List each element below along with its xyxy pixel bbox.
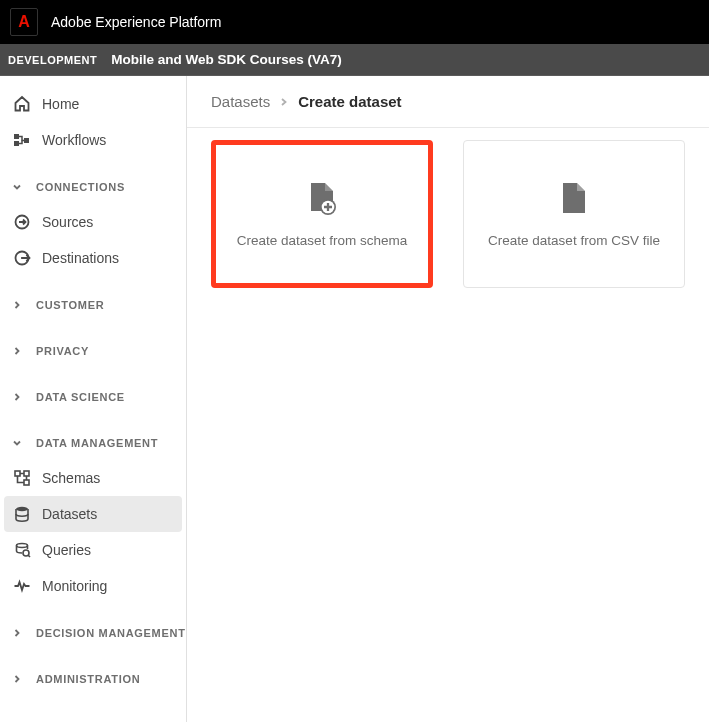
chevron-right-icon: [12, 346, 32, 356]
sidebar-group-connections[interactable]: CONNECTIONS: [0, 170, 186, 204]
card-label: Create dataset from CSV file: [488, 233, 660, 248]
svg-rect-7: [24, 480, 29, 485]
sidebar-group-customer[interactable]: CUSTOMER: [0, 288, 186, 322]
chevron-down-icon: [12, 182, 32, 192]
project-name[interactable]: Mobile and Web SDK Courses (VA7): [111, 52, 342, 67]
sidebar-item-label: Schemas: [42, 470, 100, 486]
sidebar-item-datasets[interactable]: Datasets: [4, 496, 182, 532]
sidebar-item-label: Workflows: [42, 132, 106, 148]
file-add-icon: [305, 181, 339, 217]
breadcrumb: Datasets Create dataset: [187, 76, 709, 128]
sidebar-item-workflows[interactable]: Workflows: [0, 122, 186, 158]
chevron-down-icon: [12, 438, 32, 448]
svg-point-9: [17, 544, 28, 548]
monitoring-icon: [12, 577, 32, 595]
group-label: ADMINISTRATION: [36, 673, 140, 685]
adobe-logo[interactable]: A: [10, 8, 38, 36]
sources-icon: [12, 213, 32, 231]
sidebar-item-monitoring[interactable]: Monitoring: [0, 568, 186, 604]
card-create-from-schema[interactable]: Create dataset from schema: [211, 140, 433, 288]
sidebar-item-sources[interactable]: Sources: [0, 204, 186, 240]
sidebar-item-queries[interactable]: Queries: [0, 532, 186, 568]
sidebar-item-label: Datasets: [42, 506, 97, 522]
svg-rect-6: [24, 471, 29, 476]
group-label: DATA SCIENCE: [36, 391, 125, 403]
sidebar-group-data-science[interactable]: DATA SCIENCE: [0, 380, 186, 414]
environment-label: DEVELOPMENT: [8, 54, 97, 66]
sidebar-item-schemas[interactable]: Schemas: [0, 460, 186, 496]
home-icon: [12, 95, 32, 113]
chevron-right-icon: [12, 300, 32, 310]
schemas-icon: [12, 469, 32, 487]
svg-rect-0: [14, 134, 19, 139]
sidebar-group-data-management[interactable]: DATA MANAGEMENT: [0, 426, 186, 460]
sidebar-item-label: Monitoring: [42, 578, 107, 594]
sidebar-item-label: Destinations: [42, 250, 119, 266]
sidebar-item-home[interactable]: Home: [0, 86, 186, 122]
environment-bar: DEVELOPMENT Mobile and Web SDK Courses (…: [0, 44, 709, 76]
group-label: CUSTOMER: [36, 299, 104, 311]
card-grid: Create dataset from schema Create datase…: [187, 128, 709, 300]
sidebar-group-decision-management[interactable]: DECISION MANAGEMENT: [0, 616, 186, 650]
chevron-right-icon: [12, 392, 32, 402]
sidebar-item-label: Home: [42, 96, 79, 112]
group-label: DECISION MANAGEMENT: [36, 627, 186, 639]
workflows-icon: [12, 131, 32, 149]
chevron-right-icon: [12, 674, 32, 684]
app-title: Adobe Experience Platform: [51, 14, 221, 30]
datasets-icon: [12, 505, 32, 523]
group-label: PRIVACY: [36, 345, 89, 357]
adobe-logo-a-icon: A: [18, 13, 30, 31]
breadcrumb-current: Create dataset: [298, 93, 401, 110]
queries-icon: [12, 541, 32, 559]
chevron-right-icon: [280, 97, 288, 107]
card-create-from-csv[interactable]: Create dataset from CSV file: [463, 140, 685, 288]
breadcrumb-parent[interactable]: Datasets: [211, 93, 270, 110]
svg-rect-2: [24, 138, 29, 143]
sidebar-item-label: Queries: [42, 542, 91, 558]
svg-rect-1: [14, 141, 19, 146]
svg-rect-5: [15, 471, 20, 476]
sidebar: Home Workflows CONNECTIONS Sources: [0, 76, 187, 722]
sidebar-item-label: Sources: [42, 214, 93, 230]
svg-point-8: [16, 507, 28, 511]
file-icon: [559, 181, 589, 217]
top-bar: A Adobe Experience Platform: [0, 0, 709, 44]
svg-point-10: [23, 550, 29, 556]
chevron-right-icon: [12, 628, 32, 638]
sidebar-group-privacy[interactable]: PRIVACY: [0, 334, 186, 368]
card-label: Create dataset from schema: [237, 233, 407, 248]
group-label: DATA MANAGEMENT: [36, 437, 158, 449]
sidebar-item-destinations[interactable]: Destinations: [0, 240, 186, 276]
sidebar-group-administration[interactable]: ADMINISTRATION: [0, 662, 186, 696]
main-content: Datasets Create dataset Create dataset: [187, 76, 709, 722]
destinations-icon: [12, 249, 32, 267]
group-label: CONNECTIONS: [36, 181, 125, 193]
